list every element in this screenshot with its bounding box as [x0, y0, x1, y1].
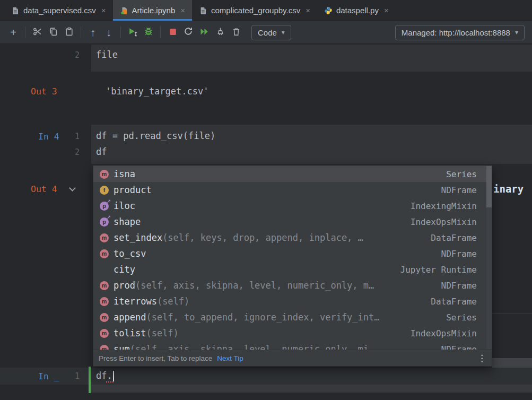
delete-cell-button[interactable] [228, 24, 244, 40]
completion-type: NDFrame [435, 249, 477, 259]
out4-table-fragment: inary [493, 183, 524, 195]
completion-kind-icon: m [100, 297, 109, 306]
close-icon[interactable]: × [384, 6, 389, 15]
kernel-dropdown[interactable]: Managed: http://localhost:8888 ▾ [395, 25, 525, 40]
add-cell-button[interactable]: + [5, 24, 21, 40]
run-all-icon [199, 27, 209, 38]
paste-icon [65, 27, 74, 38]
error-squiggle [106, 381, 114, 382]
cut-cell-button[interactable] [29, 24, 45, 40]
debug-cell-icon [144, 27, 153, 38]
code-cell-file[interactable] [91, 45, 532, 72]
completion-name: isna [114, 169, 135, 179]
completion-params: (self, axis, skipna, level, numeric_only… [135, 280, 374, 291]
copy-cell-button[interactable] [45, 24, 61, 40]
tab-complicated-groupby-csv[interactable]: complicated_groupby.csv × [192, 0, 317, 21]
completion-params: (self) [146, 328, 178, 338]
completion-kind-icon: m [100, 281, 109, 290]
kernel-value: Managed: http://localhost:8888 [402, 28, 510, 37]
completion-item[interactable]: city Jupyter Runtime [93, 262, 492, 277]
chevron-down-icon: ▾ [515, 29, 518, 36]
completion-params: (self, keys, drop, append, inplace, … [162, 232, 363, 243]
close-icon[interactable]: × [101, 6, 106, 15]
completion-kind-icon: p↗ [100, 202, 109, 211]
restart-kernel-button[interactable] [180, 24, 196, 40]
completion-item[interactable]: m set_index (self, keys, drop, append, i… [93, 230, 492, 246]
completion-item[interactable]: f product NDFrame [93, 182, 492, 198]
out4-table-divider [492, 314, 532, 314]
completion-type: NDFrame [435, 281, 477, 291]
tab-article-ipynb[interactable]: Article.ipynb × [113, 0, 192, 21]
completion-item[interactable]: p↗ shape IndexOpsMixin [93, 214, 492, 230]
completion-item[interactable]: p↗ iloc IndexingMixin [93, 198, 492, 214]
move-cell-up-button[interactable]: ↑ [85, 24, 101, 40]
code-line: df = pd.read_csv(file) [96, 131, 215, 141]
completion-item[interactable]: m iterrows (self) DataFrame [93, 293, 492, 309]
line-number: 2 [64, 147, 80, 157]
copy-icon [49, 27, 58, 38]
completion-hint: Press Enter to insert, Tab to replace [99, 354, 212, 362]
tab-data-supervised-csv[interactable]: data_supervised.csv × [4, 0, 113, 21]
completion-item[interactable]: m prod (self, axis, skipna, level, numer… [93, 277, 492, 293]
cell-type-value: Code [258, 28, 277, 37]
completion-name: shape [114, 216, 141, 227]
kebab-menu-icon[interactable]: ⋮ [477, 353, 486, 363]
stop-icon [168, 27, 177, 38]
delete-cell-icon [232, 27, 241, 38]
completion-type: IndexOpsMixin [404, 328, 477, 338]
scrollbar-thumb[interactable] [486, 166, 492, 207]
text-caret [113, 371, 114, 381]
completion-type: IndexOpsMixin [404, 217, 477, 227]
clear-outputs-icon [216, 27, 225, 38]
completion-item[interactable]: m tolist (self) IndexOpsMixin [93, 325, 492, 341]
tab-label: Article.ipynb [132, 6, 176, 15]
toolbar-separator [25, 27, 25, 38]
close-icon[interactable]: × [306, 6, 310, 15]
toolbar-separator [120, 27, 121, 38]
move-cell-down-button[interactable]: ↓ [101, 24, 117, 40]
completion-name: to_csv [114, 248, 146, 259]
completion-item[interactable]: m isna Series [93, 166, 492, 182]
toolbar-separator [81, 27, 81, 38]
interrupt-kernel-button[interactable] [164, 24, 180, 40]
toolbar-separator [160, 27, 161, 38]
next-tip-link[interactable]: Next Tip [217, 354, 243, 362]
completion-item[interactable]: m sum (self, axis, skipna, level, numeri… [93, 341, 492, 350]
dataspell-window: data_supervised.csv × Article.ipynb × co… [0, 0, 532, 400]
chevron-down-icon: ▾ [282, 29, 285, 36]
code-cell-new[interactable] [0, 368, 532, 385]
code-line-with-caret[interactable]: df. [96, 370, 114, 381]
clear-outputs-button[interactable] [212, 24, 228, 40]
completion-kind-icon: m [100, 329, 109, 338]
completion-type: DataFrame [424, 297, 477, 307]
close-icon[interactable]: × [180, 6, 185, 15]
completion-name: product [114, 185, 152, 195]
line-number: 1 [64, 371, 80, 381]
completion-kind-icon: m [100, 313, 109, 322]
collapse-output-chevron-icon[interactable] [69, 185, 76, 192]
completion-kind-icon: m [100, 249, 109, 258]
completion-kind-icon: p↗ [100, 218, 109, 227]
tab-dataspell-py[interactable]: dataspell.py × [317, 0, 396, 21]
run-cell-button[interactable] [125, 24, 141, 40]
debug-cell-button[interactable] [141, 24, 156, 40]
code-cell-new-padding [91, 385, 532, 393]
scrollbar-track[interactable] [486, 166, 492, 349]
line-number: 2 [64, 50, 80, 60]
out4-label: Out 4 [31, 184, 57, 194]
notebook-toolbar: + ↑ ↓ [0, 21, 532, 44]
out4-table-edge [492, 358, 532, 368]
csv-file-icon [199, 6, 207, 15]
completion-item[interactable]: m append (self, to_append, ignore_index,… [93, 309, 492, 325]
completion-kind-icon: f [100, 186, 109, 195]
completion-list: m isna Series f product NDFrame p↗ iloc … [93, 166, 492, 350]
paste-cell-button[interactable] [61, 24, 77, 40]
completion-name: tolist [114, 328, 146, 338]
run-all-cells-button[interactable] [196, 24, 212, 40]
completion-kind-icon: m [100, 170, 109, 179]
cell-type-dropdown[interactable]: Code ▾ [251, 25, 291, 40]
completion-name: set_index [114, 232, 162, 243]
tab-label: dataspell.py [336, 6, 379, 15]
editor-tab-bar: data_supervised.csv × Article.ipynb × co… [0, 0, 532, 21]
completion-item[interactable]: m to_csv NDFrame [93, 246, 492, 262]
